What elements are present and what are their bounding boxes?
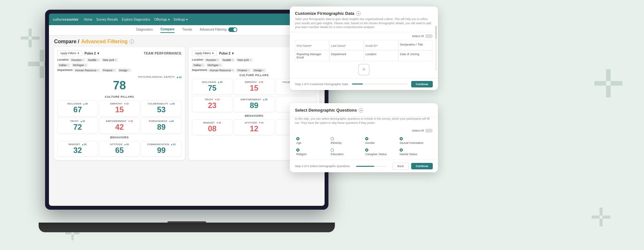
last-name-input[interactable] bbox=[331, 44, 362, 47]
demo-marital-radio[interactable] bbox=[400, 148, 403, 152]
demographic-progress-bar bbox=[356, 166, 386, 167]
panel2-tag-dallas[interactable]: Dallas × bbox=[192, 63, 205, 67]
pillar-delta: ▲30 bbox=[80, 120, 85, 122]
panel1-pulse[interactable]: Pulse 2 ▼ bbox=[85, 52, 100, 55]
panel2-tag-finance[interactable]: Finance × bbox=[236, 68, 251, 72]
demo-education-radio[interactable] bbox=[331, 148, 334, 152]
firmographic-header: Customize Firmographic Data ● Tailor you… bbox=[290, 6, 438, 32]
demographic-select-all-toggle[interactable] bbox=[425, 129, 433, 133]
tab-diagnostics[interactable]: Diagnostics bbox=[136, 28, 153, 33]
add-field-button[interactable]: + bbox=[358, 64, 370, 75]
demo-sexual-orientation-radio[interactable] bbox=[400, 137, 403, 140]
pillar-delta: ▲30 bbox=[171, 143, 176, 145]
demo-sexual-orientation: Sexual Orientation bbox=[398, 135, 433, 146]
nav-diagnostics[interactable]: Explore Diagnostics bbox=[122, 18, 150, 21]
panel1-tag-dallas[interactable]: Dallas × bbox=[57, 63, 71, 67]
pillar-score: 42 bbox=[101, 123, 138, 132]
panel1-tag-design[interactable]: Design × bbox=[118, 68, 131, 72]
demo-marital: Marital Status bbox=[398, 146, 433, 157]
demographic-continue-button[interactable]: Continue bbox=[411, 163, 433, 169]
firmographic-scrollbar[interactable] bbox=[435, 26, 437, 71]
pillar-name: MINDSET ▲30 bbox=[59, 143, 96, 146]
pillar-score: 67 bbox=[59, 105, 96, 115]
label-department: Department bbox=[329, 50, 364, 61]
nav-settings[interactable]: Settings ▾ bbox=[174, 18, 188, 21]
page-info-icon[interactable]: i bbox=[129, 39, 134, 44]
panel1-tag-michigan[interactable]: Michigan × bbox=[71, 63, 88, 67]
firmographic-continue-button[interactable]: Continue bbox=[411, 81, 433, 87]
pillar-name: ATTITUDE ▼30 bbox=[236, 121, 272, 124]
pillar-score: 15 bbox=[236, 84, 272, 93]
panel2-filter-select[interactable]: Apply Filters ▾ bbox=[192, 50, 217, 56]
demo-religion-radio[interactable] bbox=[296, 148, 299, 152]
page-title: Compare / Advanced Filtering i bbox=[54, 39, 319, 45]
panel1-tag-hr[interactable]: Human Resource × bbox=[73, 68, 100, 72]
demo-caregiver: Caregiver Status bbox=[364, 146, 398, 157]
demographic-progress-fill bbox=[356, 166, 374, 167]
panel1-tag-newyork[interactable]: New york × bbox=[101, 58, 118, 62]
panel1-tag-finance[interactable]: Finance × bbox=[101, 68, 116, 72]
nav-survey[interactable]: Survey Results bbox=[96, 18, 118, 21]
demographic-panel: Select Demographic Questions ● In this s… bbox=[290, 103, 438, 172]
demographic-step-text: Step 3 of 5 Select Demographic Questions bbox=[295, 165, 350, 168]
firmographic-info-icon[interactable]: ● bbox=[356, 11, 361, 16]
demo-caregiver-radio[interactable] bbox=[365, 148, 368, 152]
panel1-pillar-empowerment: EMPOWERMENT ▼30 42 bbox=[99, 118, 140, 134]
pillar-name: MINDSET ▼30 bbox=[194, 121, 231, 124]
demographic-step-bar: Step 3 of 5 Select Demographic Questions… bbox=[290, 160, 438, 172]
firmographic-select-all-toggle[interactable] bbox=[425, 34, 433, 38]
panel1-dept-tags: Department Human Resource × Finance × De… bbox=[57, 68, 182, 72]
pillar-score: 53 bbox=[143, 105, 180, 115]
advanced-filtering-toggle[interactable] bbox=[228, 27, 237, 32]
nav-home[interactable]: Home bbox=[84, 18, 92, 21]
panel1-score-label: PSYCHOLOGICAL SAFETY bbox=[138, 75, 175, 78]
email-input[interactable] bbox=[365, 44, 397, 47]
pillar-delta: ▼30 bbox=[216, 122, 221, 124]
panel1-tag-houston[interactable]: Houston × bbox=[70, 58, 85, 62]
panel2-tag-hr[interactable]: Human Resource × bbox=[208, 68, 235, 72]
pillar-delta: ▼30 bbox=[259, 122, 264, 124]
panel2-tag-michigan[interactable]: Michigan × bbox=[206, 63, 223, 67]
demographic-info-icon[interactable]: ● bbox=[359, 108, 363, 113]
panel1-behaviors-title: BEHAVIORS bbox=[57, 136, 182, 139]
tab-advanced[interactable]: Advanced Filtering bbox=[200, 27, 238, 33]
decorative-cross-4: ✛ bbox=[590, 205, 612, 231]
nav-offerings[interactable]: Offerings ▾ bbox=[154, 18, 170, 21]
pillar-score: 89 bbox=[143, 123, 180, 132]
demo-education: Education bbox=[329, 146, 364, 157]
pillar-name: TRUST ▼30 bbox=[194, 98, 231, 101]
panel2-tag-design[interactable]: Design × bbox=[252, 68, 266, 72]
tab-trends[interactable]: Trends bbox=[182, 28, 192, 33]
demo-education-label: Education bbox=[331, 153, 363, 156]
form-cell-firstname bbox=[295, 40, 329, 50]
demographic-back-button[interactable]: Back bbox=[393, 163, 409, 170]
firmographic-scroll-thumb bbox=[435, 26, 437, 39]
panel2-tag-houston[interactable]: Houston × bbox=[204, 58, 220, 62]
pillar-delta: ▲30 bbox=[169, 120, 174, 122]
panel1-behavior-communication: COMMUNICATION ▲30 99 bbox=[141, 141, 182, 157]
pillar-score: 75 bbox=[194, 84, 231, 93]
label-reporting: Reporting Manager Email bbox=[295, 50, 329, 61]
demo-gender-radio[interactable] bbox=[365, 137, 368, 140]
panel2-behavior-attitude: ATTITUDE ▼30 12 bbox=[234, 119, 274, 135]
pillar-delta: ▼30 bbox=[124, 103, 129, 105]
pillar-name: INCLUSION ▲30 bbox=[59, 102, 96, 105]
pillar-score: 32 bbox=[59, 146, 96, 155]
pillar-score: 12 bbox=[236, 124, 272, 134]
panel1-dept-label: Department bbox=[57, 68, 72, 72]
panel2-tag-seattle[interactable]: Seattle × bbox=[221, 58, 235, 62]
panel1-tag-seattle[interactable]: Seattle × bbox=[86, 58, 100, 62]
pillar-score: 08 bbox=[194, 124, 231, 134]
panel2-tag-newyork[interactable]: New york × bbox=[236, 58, 253, 62]
demo-age-radio[interactable] bbox=[296, 137, 299, 140]
panel1-filter-select[interactable]: Apply Filters ▾ bbox=[57, 50, 82, 56]
demographic-title: Select Demographic Questions ● bbox=[295, 108, 433, 113]
tab-compare[interactable]: Compare bbox=[160, 27, 174, 33]
pillar-delta: ▲30 bbox=[217, 81, 223, 83]
firmographic-step-text: Step 1 of 5 Customize Firmographic Data bbox=[295, 83, 348, 86]
pillar-score: 99 bbox=[143, 146, 180, 155]
firmographic-select-all-row: Select All bbox=[290, 32, 438, 40]
panel2-pulse[interactable]: Pulse 2 ▼ bbox=[219, 52, 235, 55]
first-name-input[interactable] bbox=[297, 44, 328, 47]
demo-ethnicity-radio[interactable] bbox=[331, 137, 334, 140]
